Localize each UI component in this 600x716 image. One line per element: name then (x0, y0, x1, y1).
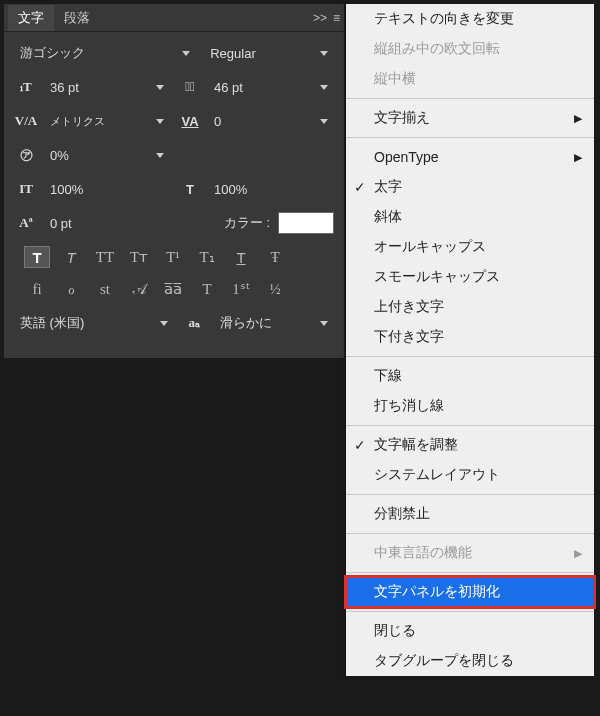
vscale-input[interactable]: 100% (44, 176, 170, 202)
menu-strikethrough[interactable]: 打ち消し線 (346, 391, 594, 421)
menu-reset-panel[interactable]: 文字パネルを初期化 (346, 577, 594, 607)
leading-select[interactable]: 46 pt (208, 74, 334, 100)
menu-bold[interactable]: ✓太字 (346, 172, 594, 202)
check-icon: ✓ (354, 179, 366, 195)
menu-separator (346, 137, 594, 138)
smallcaps-button[interactable]: Tᴛ (126, 246, 152, 268)
chevron-down-icon (156, 85, 164, 90)
style-buttons-row-2: fi ℴ st 𝒜 a̅a̅ T 1ˢᵗ ½ (24, 278, 334, 300)
chevron-down-icon (320, 51, 328, 56)
chevron-down-icon (156, 119, 164, 124)
submenu-arrow-icon: ▶ (574, 151, 582, 164)
menu-subscript[interactable]: 下付き文字 (346, 322, 594, 352)
check-icon: ✓ (354, 437, 366, 453)
font-family-select[interactable]: 游ゴシック (14, 40, 196, 66)
menu-no-break[interactable]: 分割禁止 (346, 499, 594, 529)
menu-separator (346, 356, 594, 357)
tab-character[interactable]: 文字 (8, 5, 54, 31)
character-panel: 文字 段落 >> ≡ 游ゴシック Regular ᵢT36 pt ᴬ͢46 pt… (4, 4, 344, 358)
font-size-select[interactable]: 36 pt (44, 74, 170, 100)
font-style-select[interactable]: Regular (204, 40, 334, 66)
antialias-select[interactable]: 滑らかに (214, 310, 334, 336)
chevron-down-icon (320, 119, 328, 124)
underline-button[interactable]: T (228, 246, 254, 268)
menu-close-tab-group[interactable]: タブグループを閉じる (346, 646, 594, 676)
hscale-icon: T (178, 180, 202, 198)
language-select[interactable]: 英語 (米国) (14, 310, 174, 336)
antialias-icon: aₐ (182, 314, 206, 332)
menu-separator (346, 533, 594, 534)
menu-middle-eastern: 中東言語の機能▶ (346, 538, 594, 568)
hscale-input[interactable]: 100% (208, 176, 334, 202)
menu-separator (346, 494, 594, 495)
stylistic-button[interactable]: st (92, 278, 118, 300)
oldstyle-button[interactable]: 1ˢᵗ (228, 278, 254, 300)
alternate-button[interactable]: T (194, 278, 220, 300)
menu-superscript[interactable]: 上付き文字 (346, 292, 594, 322)
menu-smallcaps[interactable]: スモールキャップス (346, 262, 594, 292)
fraction-button[interactable]: ½ (262, 278, 288, 300)
bold-button[interactable]: T (24, 246, 50, 268)
chevron-down-icon (156, 153, 164, 158)
superscript-button[interactable]: T¹ (160, 246, 186, 268)
baseline-icon: Aª (14, 214, 38, 232)
kerning-select[interactable]: メトリクス (44, 108, 170, 134)
tracking-select[interactable]: 0 (208, 108, 334, 134)
tracking-icon: VA (178, 112, 202, 130)
menu-tatechuyoko: 縦中横 (346, 64, 594, 94)
chevron-down-icon (320, 85, 328, 90)
ordinal-button[interactable]: ℴ (58, 278, 84, 300)
expand-icon[interactable]: >> (313, 11, 327, 25)
chevron-down-icon (160, 321, 168, 326)
baseline-input[interactable]: 0 pt (44, 210, 170, 236)
swash-button[interactable]: 𝒜 (126, 278, 152, 300)
allcaps-button[interactable]: TT (92, 246, 118, 268)
subscript-button[interactable]: T₁ (194, 246, 220, 268)
submenu-arrow-icon: ▶ (574, 547, 582, 560)
strikethrough-button[interactable]: Ŧ (262, 246, 288, 268)
menu-separator (346, 425, 594, 426)
ligature-button[interactable]: fi (24, 278, 50, 300)
menu-system-layout[interactable]: システムレイアウト (346, 460, 594, 490)
menu-italic[interactable]: 斜体 (346, 202, 594, 232)
menu-separator (346, 611, 594, 612)
tsume-icon: ㋐ (14, 146, 38, 164)
kerning-icon: V/A (14, 112, 38, 130)
panel-tabs: 文字 段落 >> ≡ (4, 4, 344, 32)
submenu-arrow-icon: ▶ (574, 112, 582, 125)
leading-icon: ᴬ͢ (178, 78, 202, 96)
style-buttons-row-1: T T TT Tᴛ T¹ T₁ T Ŧ (24, 246, 334, 268)
menu-allcaps[interactable]: オールキャップス (346, 232, 594, 262)
menu-close[interactable]: 閉じる (346, 616, 594, 646)
tab-paragraph[interactable]: 段落 (54, 5, 100, 31)
font-size-icon: ᵢT (14, 78, 38, 96)
menu-change-orientation[interactable]: テキストの向きを変更 (346, 4, 594, 34)
chevron-down-icon (182, 51, 190, 56)
color-label: カラー : (224, 214, 270, 232)
vscale-icon: IT (14, 180, 38, 198)
menu-tatechuyoko-rotation: 縦組み中の欧文回転 (346, 34, 594, 64)
menu-justification[interactable]: 文字揃え▶ (346, 103, 594, 133)
italic-button[interactable]: T (58, 246, 84, 268)
panel-menu-icon[interactable]: ≡ (333, 11, 340, 25)
menu-opentype[interactable]: OpenType▶ (346, 142, 594, 172)
context-menu: テキストの向きを変更 縦組み中の欧文回転 縦中横 文字揃え▶ OpenType▶… (346, 4, 594, 676)
chevron-down-icon (320, 321, 328, 326)
menu-separator (346, 572, 594, 573)
menu-separator (346, 98, 594, 99)
menu-adjust-width[interactable]: ✓文字幅を調整 (346, 430, 594, 460)
menu-underline[interactable]: 下線 (346, 361, 594, 391)
tsume-select[interactable]: 0% (44, 142, 170, 168)
titling-button[interactable]: a̅a̅ (160, 278, 186, 300)
color-swatch[interactable] (278, 212, 334, 234)
